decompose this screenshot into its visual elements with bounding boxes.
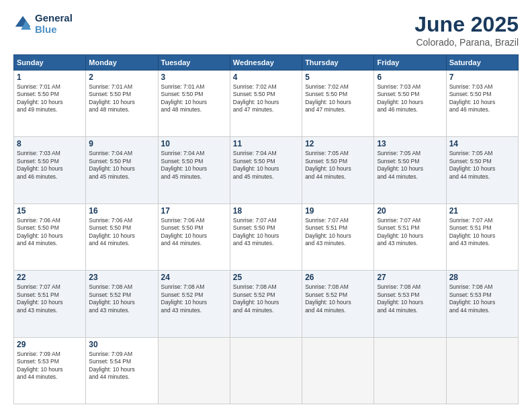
header: General Blue June 2025 Colorado, Parana,… xyxy=(13,12,519,48)
table-row xyxy=(374,337,446,404)
col-thursday: Thursday xyxy=(302,55,374,71)
col-friday: Friday xyxy=(374,55,446,71)
col-sunday: Sunday xyxy=(14,55,86,71)
table-row: 23Sunrise: 7:08 AMSunset: 5:52 PMDayligh… xyxy=(86,271,158,337)
table-row: 30Sunrise: 7:09 AMSunset: 5:54 PMDayligh… xyxy=(86,337,158,404)
table-row: 17Sunrise: 7:06 AMSunset: 5:50 PMDayligh… xyxy=(158,203,230,270)
table-row: 9Sunrise: 7:04 AMSunset: 5:50 PMDaylight… xyxy=(86,137,158,203)
table-row: 27Sunrise: 7:08 AMSunset: 5:53 PMDayligh… xyxy=(374,271,446,337)
table-row xyxy=(230,337,302,404)
table-row: 16Sunrise: 7:06 AMSunset: 5:50 PMDayligh… xyxy=(86,203,158,270)
table-row xyxy=(446,337,518,404)
table-row xyxy=(302,337,374,404)
table-row: 13Sunrise: 7:05 AMSunset: 5:50 PMDayligh… xyxy=(374,137,446,203)
table-row: 10Sunrise: 7:04 AMSunset: 5:50 PMDayligh… xyxy=(158,137,230,203)
table-row: 5Sunrise: 7:02 AMSunset: 5:50 PMDaylight… xyxy=(302,71,374,137)
table-row: 25Sunrise: 7:08 AMSunset: 5:52 PMDayligh… xyxy=(230,271,302,337)
logo: General Blue xyxy=(13,12,73,35)
calendar-header-row: Sunday Monday Tuesday Wednesday Thursday… xyxy=(14,55,519,71)
table-row: 2Sunrise: 7:01 AMSunset: 5:50 PMDaylight… xyxy=(86,71,158,137)
table-row: 11Sunrise: 7:04 AMSunset: 5:50 PMDayligh… xyxy=(230,137,302,203)
logo-icon xyxy=(13,14,32,33)
table-row: 1Sunrise: 7:01 AMSunset: 5:50 PMDaylight… xyxy=(14,71,86,137)
table-row: 15Sunrise: 7:06 AMSunset: 5:50 PMDayligh… xyxy=(14,203,86,270)
col-wednesday: Wednesday xyxy=(230,55,302,71)
table-row: 24Sunrise: 7:08 AMSunset: 5:52 PMDayligh… xyxy=(158,271,230,337)
col-monday: Monday xyxy=(86,55,158,71)
table-row: 26Sunrise: 7:08 AMSunset: 5:52 PMDayligh… xyxy=(302,271,374,337)
logo-text: General Blue xyxy=(35,12,73,35)
table-row: 22Sunrise: 7:07 AMSunset: 5:51 PMDayligh… xyxy=(14,271,86,337)
table-row: 6Sunrise: 7:03 AMSunset: 5:50 PMDaylight… xyxy=(374,71,446,137)
table-row: 19Sunrise: 7:07 AMSunset: 5:51 PMDayligh… xyxy=(302,203,374,270)
page: General Blue June 2025 Colorado, Parana,… xyxy=(0,0,532,411)
table-row: 28Sunrise: 7:08 AMSunset: 5:53 PMDayligh… xyxy=(446,271,518,337)
table-row: 21Sunrise: 7:07 AMSunset: 5:51 PMDayligh… xyxy=(446,203,518,270)
col-tuesday: Tuesday xyxy=(158,55,230,71)
title-block: June 2025 Colorado, Parana, Brazil xyxy=(414,12,519,48)
table-row: 29Sunrise: 7:09 AMSunset: 5:53 PMDayligh… xyxy=(14,337,86,404)
month-title: June 2025 xyxy=(414,12,519,37)
table-row: 7Sunrise: 7:03 AMSunset: 5:50 PMDaylight… xyxy=(446,71,518,137)
col-saturday: Saturday xyxy=(446,55,518,71)
table-row: 12Sunrise: 7:05 AMSunset: 5:50 PMDayligh… xyxy=(302,137,374,203)
table-row: 4Sunrise: 7:02 AMSunset: 5:50 PMDaylight… xyxy=(230,71,302,137)
table-row: 8Sunrise: 7:03 AMSunset: 5:50 PMDaylight… xyxy=(14,137,86,203)
table-row: 18Sunrise: 7:07 AMSunset: 5:50 PMDayligh… xyxy=(230,203,302,270)
table-row: 3Sunrise: 7:01 AMSunset: 5:50 PMDaylight… xyxy=(158,71,230,137)
calendar-table: Sunday Monday Tuesday Wednesday Thursday… xyxy=(13,54,519,404)
table-row: 14Sunrise: 7:05 AMSunset: 5:50 PMDayligh… xyxy=(446,137,518,203)
table-row: 20Sunrise: 7:07 AMSunset: 5:51 PMDayligh… xyxy=(374,203,446,270)
location-title: Colorado, Parana, Brazil xyxy=(414,37,519,48)
table-row xyxy=(158,337,230,404)
